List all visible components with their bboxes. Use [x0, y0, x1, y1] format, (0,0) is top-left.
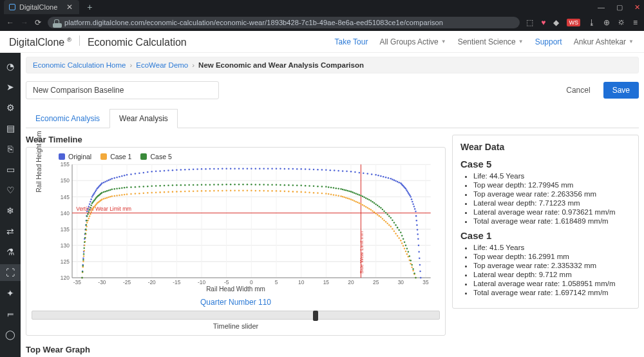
cancel-button[interactable]: Cancel: [560, 82, 596, 99]
svg-text:20: 20: [348, 279, 354, 285]
svg-point-343: [82, 271, 84, 273]
close-icon[interactable]: ✕: [66, 3, 73, 12]
svg-point-456: [370, 200, 372, 202]
svg-point-229: [104, 198, 106, 200]
legend-case5[interactable]: Case 5: [140, 153, 171, 160]
sidebar-item-monitor[interactable]: ▭: [0, 161, 21, 178]
legend-original[interactable]: Original: [59, 153, 91, 160]
svg-point-353: [86, 220, 88, 222]
extension-badge[interactable]: WS: [567, 19, 580, 26]
svg-point-85: [106, 180, 108, 182]
sidebar-item-map[interactable]: ✦: [0, 285, 21, 302]
tab-economic[interactable]: Economic Analysis: [26, 108, 109, 128]
metric-item: Lateral wear depth: 7.71223 mm: [473, 199, 630, 207]
svg-point-312: [372, 210, 374, 212]
quarter-number: Quarter Number 110: [32, 298, 440, 307]
svg-point-296: [345, 197, 347, 199]
browser-tab[interactable]: DigitalClone ✕: [4, 0, 79, 14]
timeline-slider[interactable]: [32, 311, 440, 320]
svg-point-403: [205, 184, 207, 186]
svg-point-298: [348, 198, 350, 200]
sidebar-item-clipboard[interactable]: ⎘: [0, 140, 21, 157]
groups-dropdown[interactable]: All Groups Active▼: [379, 37, 446, 46]
window-controls: — ▢ ✕: [598, 0, 640, 14]
sidebar-item-health[interactable]: ♡: [0, 182, 21, 198]
svg-point-147: [346, 171, 348, 173]
svg-text:35: 35: [422, 279, 429, 285]
url-bar[interactable]: platform.digitalclone.com/economic-calcu…: [48, 17, 520, 28]
svg-point-278: [288, 191, 290, 193]
svg-point-425: [296, 184, 298, 186]
slider-thumb[interactable]: [313, 311, 318, 321]
svg-point-179: [411, 198, 413, 200]
svg-point-374: [104, 191, 106, 193]
bookmark-icon[interactable]: ⊕: [603, 18, 610, 27]
svg-point-324: [392, 228, 393, 230]
sidebar-item-chart[interactable]: ⫭: [0, 305, 21, 322]
svg-point-230: [106, 197, 108, 199]
refresh-icon[interactable]: ⟳: [35, 18, 41, 27]
svg-point-468: [390, 217, 392, 219]
sidebar-item-flask[interactable]: ⚗: [0, 244, 21, 260]
new-tab-button[interactable]: +: [87, 2, 92, 12]
svg-point-316: [379, 215, 381, 217]
svg-point-109: [188, 169, 190, 171]
metric-item: Lateral average wear rate: 0.973621 mm/m: [473, 208, 630, 216]
svg-text:Vertical Wear Limit mm: Vertical Wear Limit mm: [76, 206, 131, 212]
svg-point-477: [404, 241, 406, 243]
case-metrics: Life: 41.5 YearsTop wear depth: 16.2991 …: [460, 244, 630, 296]
crumb-home[interactable]: Economic Calculation Home: [33, 61, 126, 69]
svg-point-476: [402, 238, 404, 240]
support-link[interactable]: Support: [535, 37, 562, 46]
shield-icon[interactable]: ◆: [553, 18, 559, 27]
camera-icon[interactable]: ⬚: [526, 18, 533, 27]
svg-point-391: [155, 185, 157, 187]
sidebar-item-more[interactable]: ◯: [0, 326, 21, 343]
sidebar-item-train[interactable]: ⛶: [0, 264, 21, 281]
svg-point-212: [89, 215, 91, 217]
svg-point-469: [392, 220, 393, 222]
svg-point-427: [305, 185, 307, 187]
company-dropdown[interactable]: Sentient Science▼: [458, 37, 524, 46]
svg-point-419: [271, 184, 273, 186]
svg-point-485: [413, 273, 415, 275]
sidebar-item-compare[interactable]: ⇄: [0, 223, 21, 240]
user-dropdown[interactable]: Ankur Ashtekar▼: [574, 37, 634, 46]
sidebar-item-dashboard[interactable]: ◔: [0, 58, 21, 75]
svg-point-105: [172, 169, 174, 171]
baseline-name-input[interactable]: [26, 81, 219, 99]
menu-icon[interactable]: ≡: [633, 18, 638, 27]
svg-point-339: [412, 270, 414, 272]
brand-name: DigitalClone: [9, 37, 64, 48]
svg-point-86: [108, 179, 109, 181]
svg-point-320: [385, 221, 387, 223]
svg-point-280: [296, 191, 298, 193]
crumb-demo[interactable]: EcoWear Demo: [136, 61, 188, 69]
legend-case1[interactable]: Case 1: [100, 153, 131, 160]
window-close-icon[interactable]: ✕: [634, 3, 640, 12]
sidebar-item-rocket[interactable]: ➤: [0, 79, 21, 95]
download-icon[interactable]: ⭳: [588, 18, 596, 27]
sidebar-item-cube[interactable]: ❄: [0, 202, 21, 219]
svg-point-93: [124, 175, 126, 177]
svg-point-149: [354, 171, 356, 173]
minimize-icon[interactable]: —: [598, 3, 605, 11]
svg-point-268: [247, 190, 249, 192]
sidebar-item-settings[interactable]: ⚙: [0, 99, 21, 116]
heart-icon[interactable]: ♥: [541, 18, 545, 27]
svg-point-114: [209, 168, 211, 170]
forward-icon[interactable]: →: [21, 18, 28, 27]
svg-point-420: [276, 184, 278, 186]
sidebar-item-calculator[interactable]: ▤: [0, 120, 21, 137]
svg-point-145: [337, 170, 339, 172]
tab-wear[interactable]: Wear Analysis: [109, 109, 178, 128]
svg-point-181: [412, 203, 414, 205]
maximize-icon[interactable]: ▢: [616, 3, 623, 12]
back-icon[interactable]: ←: [6, 18, 14, 27]
svg-point-310: [368, 208, 370, 210]
svg-point-87: [109, 179, 111, 180]
svg-point-465: [385, 212, 387, 214]
save-button[interactable]: Save: [603, 82, 639, 99]
take-tour-link[interactable]: Take Tour: [335, 37, 368, 46]
profile-icon[interactable]: ⛭: [618, 18, 625, 27]
